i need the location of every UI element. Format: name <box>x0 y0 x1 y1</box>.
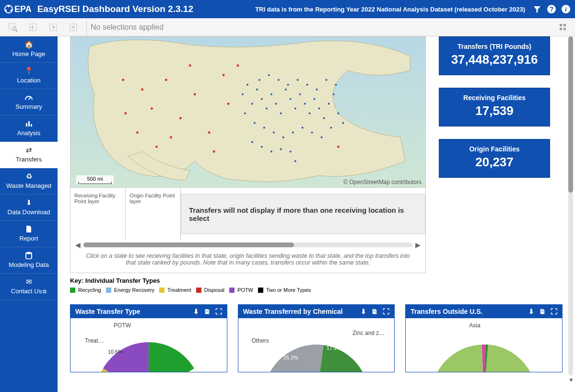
scroll-down-icon[interactable]: ▼ <box>568 377 573 383</box>
kpi-transfers[interactable]: Transfers (TRI Pounds) 37,448,237,916 <box>439 36 550 75</box>
file-icon <box>1 225 57 233</box>
v-track[interactable] <box>568 36 573 376</box>
export-icon[interactable]: 🗎 <box>539 308 546 315</box>
sidebar-item-location[interactable]: 📍Location <box>0 63 58 89</box>
fullscreen-icon[interactable]: ⛶ <box>215 308 222 315</box>
svg-point-28 <box>256 89 258 91</box>
legend-origin[interactable]: Origin Facility Point layer <box>126 188 181 240</box>
svg-point-75 <box>179 117 182 119</box>
map-svg <box>70 37 425 187</box>
label-pct-zinc: 17.1% <box>327 345 341 351</box>
h-scrollbar[interactable]: ◀ ▶ <box>70 240 425 251</box>
epa-logo: EPA <box>4 4 32 14</box>
panel-body[interactable]: Asia <box>406 318 562 372</box>
legend-label: Disposal <box>204 287 224 293</box>
svg-line-10 <box>16 30 17 32</box>
svg-point-9 <box>12 27 16 31</box>
svg-point-37 <box>299 93 301 95</box>
scroll-thumb[interactable] <box>83 242 294 247</box>
v-scrollbar[interactable]: ▼ <box>568 36 573 383</box>
recycle-icon: ♻ <box>1 172 57 181</box>
svg-point-30 <box>266 108 268 110</box>
sidebar-item-report[interactable]: Report <box>0 221 58 247</box>
svg-point-85 <box>122 79 124 81</box>
legend-receiving[interactable]: Receiving Facility Point layer <box>70 188 126 240</box>
dataset-note: TRI data is from the Reporting Year 2022… <box>255 6 525 13</box>
sidebar-item-label: Home Page <box>1 50 57 58</box>
clear-all-icon[interactable] <box>69 23 78 32</box>
sidebar-item-waste[interactable]: ♻Waste Managed <box>0 168 58 195</box>
svg-point-49 <box>263 127 265 128</box>
svg-point-62 <box>306 84 308 86</box>
v-thumb[interactable] <box>568 36 573 193</box>
smart-search-icon[interactable] <box>8 23 18 32</box>
svg-point-61 <box>297 79 299 81</box>
svg-point-81 <box>223 74 225 76</box>
swatch <box>159 288 164 293</box>
svg-rect-8 <box>9 23 15 29</box>
sidebar-item-home[interactable]: 🏠Home Page <box>0 36 58 63</box>
info-icon[interactable]: i <box>561 4 571 14</box>
svg-point-87 <box>237 64 239 67</box>
scroll-right-icon[interactable]: ▶ <box>415 241 421 249</box>
svg-point-35 <box>290 98 292 100</box>
kpi-receiving[interactable]: Receiving Facilities 17,539 <box>439 88 550 127</box>
panel-header: Waste Transfer Type ⬇ 🗎 ⛶ <box>70 305 227 318</box>
svg-point-50 <box>273 131 275 133</box>
fullscreen-icon[interactable]: ⛶ <box>383 308 389 315</box>
sidebar-item-modeling[interactable]: Modeling Data <box>0 247 58 274</box>
svg-point-70 <box>290 150 292 152</box>
kpi-origin[interactable]: Origin Facilities 20,237 <box>439 139 550 178</box>
step-fwd-icon[interactable] <box>48 23 58 32</box>
download-icon[interactable]: ⬇ <box>193 308 199 315</box>
panel-body[interactable]: POTW Treat… 10.6% <box>70 318 227 372</box>
sidebar-item-label: Waste Managed <box>1 182 57 189</box>
fullscreen-icon[interactable]: ⛶ <box>551 308 557 315</box>
sidebar-item-download[interactable]: ⬇Data Download <box>0 195 58 221</box>
svg-point-74 <box>165 79 167 81</box>
map[interactable]: 500 mi © OpenStreetMap contributors <box>70 37 425 187</box>
kpi-title: Origin Facilities <box>442 145 547 153</box>
scroll-left-icon[interactable]: ◀ <box>75 241 81 249</box>
sidebar-item-label: Report <box>1 235 57 242</box>
svg-point-69 <box>280 148 282 150</box>
svg-point-83 <box>213 150 215 153</box>
sidebar: 🏠Home Page 📍Location Summary Analysis ⇄T… <box>0 36 58 392</box>
svg-rect-21 <box>26 123 27 127</box>
kpi-value: 37,448,237,916 <box>442 52 547 67</box>
map-attribution[interactable]: © OpenStreetMap contributors <box>343 179 422 185</box>
svg-point-78 <box>136 131 139 134</box>
svg-point-31 <box>270 93 272 95</box>
label-potw: POTW <box>114 322 131 329</box>
sidebar-item-transfers[interactable]: ⇄Transfers <box>0 142 58 168</box>
panels-row: Waste Transfer Type ⬇ 🗎 ⛶ <box>70 304 563 372</box>
filter-icon[interactable] <box>532 4 542 14</box>
label-treat: Treat… <box>85 337 104 344</box>
download-icon[interactable]: ⬇ <box>528 308 534 315</box>
svg-point-55 <box>321 136 323 138</box>
scroll-track[interactable] <box>83 242 412 247</box>
key-title: Key: Individual Transfer Types <box>70 277 563 284</box>
svg-point-67 <box>261 146 263 148</box>
content-area: 500 mi © OpenStreetMap contributors Rece… <box>58 36 575 392</box>
sidebar-item-contact[interactable]: ✉Contact Us⧉ <box>0 274 58 300</box>
panel-title: Waste Transfer Type <box>75 308 140 315</box>
sidebar-item-analysis[interactable]: Analysis <box>0 115 58 142</box>
panel-body[interactable]: Others Zinc and z… 25.2% 17.1% <box>238 318 395 372</box>
grid-menu-icon[interactable] <box>556 20 570 35</box>
legend-label: Treatment <box>167 287 191 293</box>
label-zinc: Zinc and z… <box>352 330 385 336</box>
export-icon[interactable]: 🗎 <box>204 308 211 315</box>
help-icon[interactable]: ? <box>546 4 557 14</box>
export-icon[interactable]: 🗎 <box>371 308 378 315</box>
step-back-icon[interactable] <box>28 23 38 32</box>
svg-rect-12 <box>50 24 57 31</box>
download-icon[interactable]: ⬇ <box>361 308 366 315</box>
sidebar-item-summary[interactable]: Summary <box>0 89 58 115</box>
kpi-column: Transfers (TRI Pounds) 37,448,237,916 Re… <box>439 36 550 178</box>
mail-icon: ✉ <box>1 277 57 286</box>
svg-point-64 <box>326 79 328 81</box>
panel-waste-type: Waste Transfer Type ⬇ 🗎 ⛶ <box>70 304 227 372</box>
sidebar-item-label: Analysis <box>1 129 57 137</box>
svg-point-46 <box>342 122 344 124</box>
